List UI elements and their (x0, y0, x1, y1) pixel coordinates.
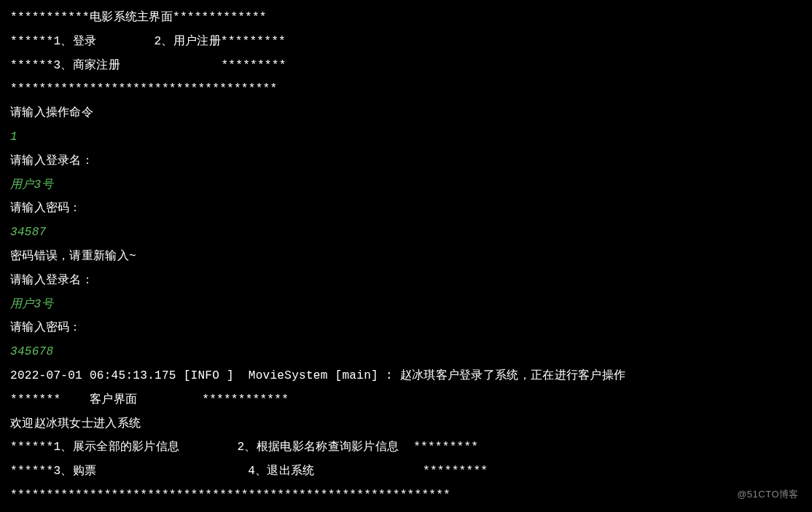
console-output-line: ************************************* (10, 77, 802, 101)
console-output-line: 请输入登录名： (10, 149, 802, 173)
console-input-line: 34587 (10, 221, 802, 245)
console-output-line: ****************************************… (10, 484, 802, 508)
console-output: ***********电影系统主界面*******************1、登… (10, 6, 802, 508)
console-output-line: ******1、登录 2、用户注册********* (10, 30, 802, 54)
console-output-line: ******3、商家注册 ********* (10, 54, 802, 78)
console-input-line: 1 (10, 125, 802, 149)
console-output-line: 欢迎赵冰琪女士进入系统 (10, 412, 802, 436)
console-input-line: 用户3号 (10, 293, 802, 317)
console-output-line: 请输入操作命令 (10, 101, 802, 125)
console-output-line: 2022-07-01 06:45:13.175 [INFO ] MovieSys… (10, 364, 802, 388)
console-output-line: ******1、展示全部的影片信息 2、根据电影名称查询影片信息 *******… (10, 436, 802, 460)
console-output-line: 密码错误，请重新输入~ (10, 245, 802, 269)
console-output-line: ***********电影系统主界面************* (10, 6, 802, 30)
console-input-line: 用户3号 (10, 173, 802, 197)
console-output-line: 请输入登录名： (10, 269, 802, 293)
console-input-line: 345678 (10, 340, 802, 364)
console-output-line: ******* 客户界面 ************ (10, 388, 802, 412)
console-output-line: ******3、购票 4、退出系统 ********* (10, 460, 802, 484)
console-output-line: 请输入密码： (10, 197, 802, 221)
console-output-line: 请输入密码： (10, 316, 802, 340)
watermark: @51CTO博客 (737, 485, 799, 505)
